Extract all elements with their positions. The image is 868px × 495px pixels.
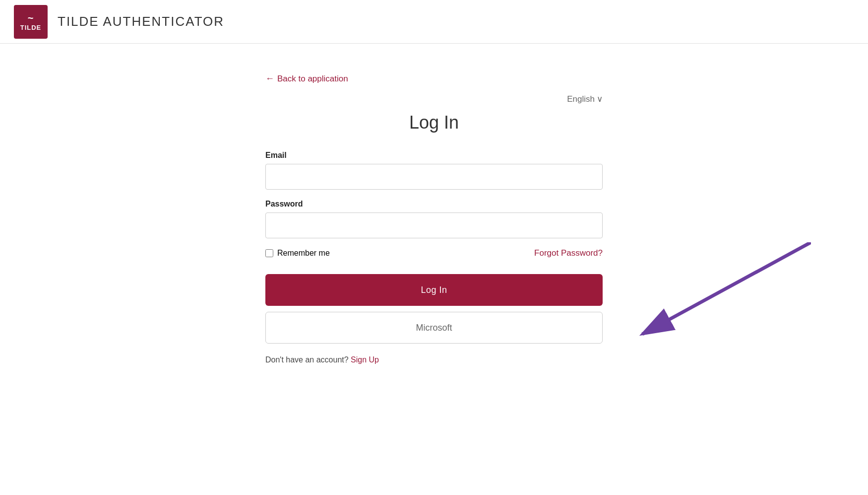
forgot-password-link[interactable]: Forgot Password? bbox=[534, 248, 603, 258]
back-to-application-link[interactable]: ← Back to application bbox=[265, 73, 603, 84]
form-container: ← Back to application English ∨ Log In E… bbox=[265, 73, 603, 364]
remember-me-label: Remember me bbox=[277, 249, 330, 258]
arrow-annotation bbox=[583, 242, 811, 352]
language-selector-row: English ∨ bbox=[265, 94, 603, 104]
login-button[interactable]: Log In bbox=[265, 274, 603, 306]
signup-row: Don't have an account? Sign Up bbox=[265, 355, 603, 364]
signup-link[interactable]: Sign Up bbox=[351, 355, 379, 364]
remember-me-checkbox[interactable] bbox=[265, 249, 273, 257]
language-selector[interactable]: English ∨ bbox=[567, 94, 603, 104]
remember-me-checkbox-label[interactable]: Remember me bbox=[265, 249, 330, 258]
remember-forgot-row: Remember me Forgot Password? bbox=[265, 248, 603, 258]
logo-text: ~ TILDE bbox=[20, 12, 42, 32]
back-to-application-label: Back to application bbox=[277, 74, 348, 84]
email-input[interactable] bbox=[265, 164, 603, 190]
language-label: English bbox=[567, 94, 595, 104]
svg-line-1 bbox=[642, 242, 811, 334]
main-content: ← Back to application English ∨ Log In E… bbox=[0, 44, 868, 364]
logo-tilde: ~ bbox=[20, 12, 42, 24]
login-title: Log In bbox=[265, 112, 603, 133]
password-input[interactable] bbox=[265, 212, 603, 238]
chevron-down-icon: ∨ bbox=[597, 94, 603, 104]
microsoft-button[interactable]: Microsoft bbox=[265, 312, 603, 344]
app-title: TILDE AUTHENTICATOR bbox=[58, 14, 224, 29]
app-header: ~ TILDE TILDE AUTHENTICATOR bbox=[0, 0, 868, 44]
logo-box: ~ TILDE bbox=[14, 5, 48, 39]
logo-label: TILDE bbox=[20, 24, 42, 31]
password-label: Password bbox=[265, 200, 603, 209]
signup-text: Don't have an account? bbox=[265, 355, 349, 364]
back-arrow-icon: ← bbox=[265, 73, 274, 84]
email-label: Email bbox=[265, 151, 603, 160]
